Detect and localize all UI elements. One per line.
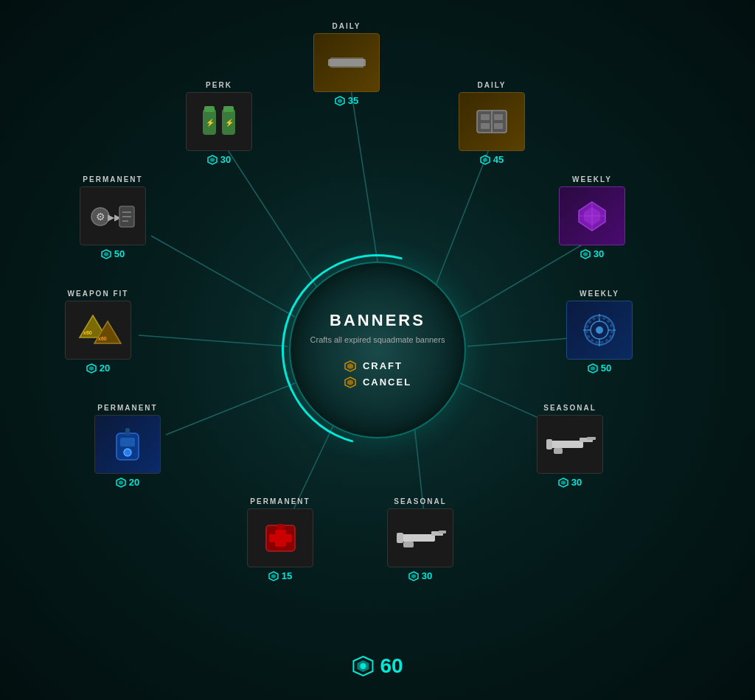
svg-rect-70 bbox=[554, 448, 563, 454]
svg-text:⚡: ⚡ bbox=[225, 118, 234, 127]
item-label-weapon-fit: WEAPON FIT bbox=[68, 290, 129, 298]
center-panel: BANNERS Crafts all expired squadmate ban… bbox=[289, 262, 466, 438]
svg-rect-16 bbox=[204, 106, 215, 112]
item-box-daily-right bbox=[459, 92, 525, 151]
item-box-seasonal-bottom bbox=[387, 508, 453, 567]
item-box-permanent-left-bottom bbox=[94, 415, 161, 474]
item-weapon-fit[interactable]: WEAPON FIT x60 x60 20 bbox=[65, 290, 131, 374]
item-cost-weekly-top-right: 30 bbox=[580, 248, 604, 259]
item-seasonal-right[interactable]: SEASONAL 30 bbox=[537, 404, 603, 488]
total-cost-amount: 60 bbox=[380, 654, 403, 678]
item-permanent-bottom[interactable]: PERMANENT 15 bbox=[247, 497, 313, 581]
item-box-permanent-bottom bbox=[247, 508, 313, 567]
svg-rect-63 bbox=[120, 438, 135, 447]
item-cost-permanent-left-bottom: 20 bbox=[116, 477, 139, 488]
item-permanent-left-bottom[interactable]: PERMANENT 20 bbox=[94, 404, 161, 488]
item-label-weekly-bottom-right: WEEKLY bbox=[580, 290, 619, 298]
item-cost-permanent-left: 50 bbox=[101, 248, 125, 259]
svg-marker-22 bbox=[210, 158, 215, 162]
item-label-perk: PERK bbox=[206, 81, 232, 89]
svg-rect-71 bbox=[546, 439, 552, 449]
svg-rect-85 bbox=[439, 531, 446, 533]
item-daily-top[interactable]: DAILY 35 bbox=[313, 22, 380, 106]
svg-line-5 bbox=[139, 335, 288, 346]
item-box-perk: ⚡ ⚡ bbox=[186, 92, 252, 151]
item-seasonal-bottom[interactable]: SEASONAL 30 bbox=[387, 497, 453, 581]
item-cost-weekly-bottom-right: 50 bbox=[588, 363, 611, 374]
svg-rect-78 bbox=[277, 524, 284, 530]
svg-marker-39 bbox=[104, 252, 108, 256]
item-perk[interactable]: PERK ⚡ ⚡ 30 bbox=[186, 81, 252, 165]
svg-point-94 bbox=[360, 663, 366, 669]
item-label-permanent-left: PERMANENT bbox=[83, 175, 142, 183]
svg-point-54 bbox=[596, 326, 603, 334]
item-box-weekly-top-right bbox=[559, 186, 625, 245]
item-cost-daily-top: 35 bbox=[335, 95, 358, 106]
svg-marker-51 bbox=[89, 366, 94, 371]
svg-line-3 bbox=[151, 236, 295, 317]
svg-rect-26 bbox=[494, 114, 503, 120]
svg-marker-87 bbox=[411, 574, 416, 578]
svg-marker-45 bbox=[583, 252, 588, 256]
svg-point-64 bbox=[124, 449, 131, 456]
item-box-daily-top bbox=[313, 33, 380, 92]
item-permanent-left[interactable]: PERMANENT ⚙ ▶▶ 50 bbox=[80, 175, 146, 259]
total-cost-icon bbox=[352, 655, 374, 677]
svg-rect-18 bbox=[223, 106, 234, 112]
item-cost-perk: 30 bbox=[207, 154, 231, 165]
item-cost-seasonal-right: 30 bbox=[558, 477, 582, 488]
svg-rect-77 bbox=[269, 534, 292, 542]
item-label-daily-right: DAILY bbox=[477, 81, 506, 89]
item-box-permanent-left: ⚙ ▶▶ bbox=[80, 186, 146, 245]
svg-marker-61 bbox=[591, 366, 595, 371]
item-label-daily-top: DAILY bbox=[332, 22, 361, 30]
svg-text:⚡: ⚡ bbox=[206, 118, 215, 127]
item-box-weekly-bottom-right bbox=[566, 301, 633, 360]
item-cost-seasonal-bottom: 30 bbox=[408, 570, 432, 581]
item-daily-right[interactable]: DAILY 45 bbox=[459, 81, 525, 165]
item-cost-daily-right: 45 bbox=[480, 154, 504, 165]
item-cost-weapon-fit: 20 bbox=[86, 363, 110, 374]
item-weekly-top-right[interactable]: WEEKLY 30 bbox=[559, 175, 625, 259]
svg-marker-74 bbox=[561, 480, 566, 485]
svg-line-7 bbox=[166, 383, 295, 435]
item-label-permanent-bottom: PERMANENT bbox=[250, 497, 310, 505]
svg-rect-83 bbox=[403, 542, 414, 547]
total-cost: 60 bbox=[352, 654, 403, 678]
svg-rect-84 bbox=[397, 533, 403, 543]
svg-marker-14 bbox=[338, 99, 342, 103]
item-box-weapon-fit: x60 x60 bbox=[65, 301, 131, 360]
item-cost-permanent-bottom: 15 bbox=[268, 570, 292, 581]
svg-text:⚙: ⚙ bbox=[96, 211, 105, 223]
svg-marker-80 bbox=[271, 574, 276, 578]
item-label-seasonal-right: SEASONAL bbox=[543, 404, 596, 412]
svg-rect-27 bbox=[481, 123, 490, 129]
item-weekly-bottom-right[interactable]: WEEKLY 50 bbox=[566, 290, 633, 374]
item-label-seasonal-bottom: SEASONAL bbox=[394, 497, 447, 505]
svg-rect-72 bbox=[587, 437, 596, 440]
svg-rect-12 bbox=[330, 57, 363, 68]
svg-line-0 bbox=[350, 85, 378, 262]
svg-rect-28 bbox=[494, 123, 503, 129]
svg-rect-25 bbox=[481, 114, 490, 120]
svg-rect-65 bbox=[125, 428, 130, 435]
svg-text:x60: x60 bbox=[98, 336, 107, 341]
svg-text:x60: x60 bbox=[83, 330, 92, 335]
item-label-weekly-top-right: WEEKLY bbox=[572, 175, 612, 183]
item-box-seasonal-right bbox=[537, 415, 603, 474]
svg-marker-30 bbox=[483, 158, 487, 162]
item-label-permanent-left-bottom: PERMANENT bbox=[97, 404, 157, 412]
svg-marker-67 bbox=[119, 480, 123, 485]
